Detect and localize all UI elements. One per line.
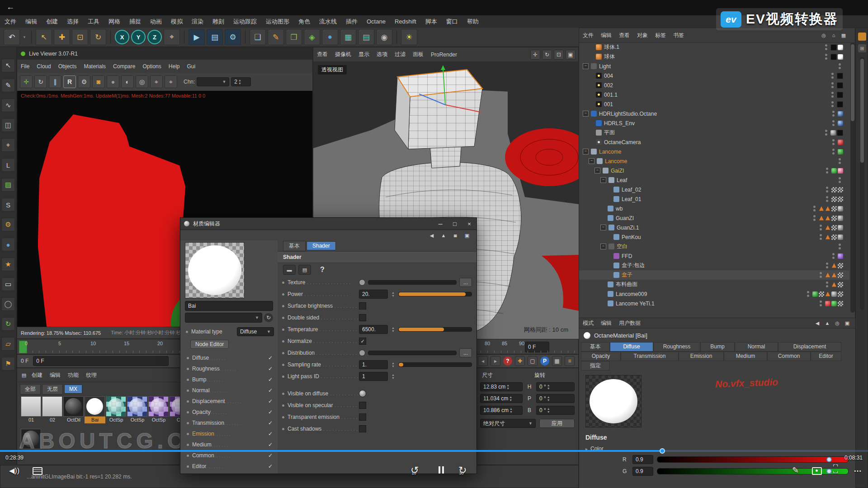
slider-value-field[interactable]: 0.9 <box>632 455 653 464</box>
visibility-dots[interactable] <box>825 44 827 50</box>
select-mode-icon[interactable]: ↖ <box>1 59 15 72</box>
visibility-dots[interactable] <box>826 187 828 192</box>
lv-menu-item-2[interactable]: Objects <box>55 63 80 70</box>
material-menu-item-3[interactable]: 纹理 <box>82 371 100 379</box>
material-menu-item-1[interactable]: 编辑 <box>46 371 64 379</box>
tag-chip-rd[interactable] <box>825 301 830 306</box>
stepper-icon[interactable]: ▲▼ <box>392 373 395 380</box>
frame-input[interactable]: 0 F <box>33 356 169 366</box>
channel-Normal[interactable]: Normal . . . . . . .✓ <box>180 385 278 396</box>
expand-icon[interactable]: − <box>594 168 600 174</box>
me-lock-icon[interactable]: ◙ <box>451 231 459 240</box>
channel-Bump[interactable]: Bump . . . . . . .✓ <box>180 374 278 385</box>
size-field[interactable]: 11.034 cm▲▼ <box>480 394 523 403</box>
tree-item-23[interactable]: 盒子:包边 <box>579 261 849 270</box>
volume-icon[interactable]: ◀)) <box>9 466 19 475</box>
undo-button[interactable]: ↶ <box>4 29 20 45</box>
visibility-dots[interactable] <box>831 82 834 88</box>
screenshot-icon[interactable] <box>812 467 822 475</box>
tag-chip-gn[interactable] <box>831 301 837 306</box>
visibility-dots[interactable] <box>839 177 841 183</box>
viewport-menu-item-5[interactable]: 面板 <box>409 51 427 58</box>
expand-icon[interactable]: − <box>583 111 589 117</box>
rotation-field[interactable]: 0 °▲▼ <box>536 382 575 391</box>
tag-chip-k[interactable] <box>837 82 843 89</box>
expand-icon[interactable]: − <box>583 63 589 69</box>
channel-Emission[interactable]: Emission . . . . . . .✓ <box>180 428 278 439</box>
param-checkbox[interactable] <box>359 425 366 432</box>
menu-item-0[interactable]: 文件 <box>0 18 21 26</box>
add-sphere-button[interactable]: ● <box>322 29 338 45</box>
vp-pan-icon[interactable]: ✛ <box>530 50 540 60</box>
visibility-dots[interactable] <box>831 73 834 79</box>
editor-tab-Shader[interactable]: Shader <box>307 241 336 250</box>
channel-Medium[interactable]: Medium . . . . . . .✓ <box>180 439 278 450</box>
rotation-field[interactable]: 0 °▲▼ <box>536 406 575 415</box>
param-checkbox[interactable] <box>359 402 366 409</box>
tree-item-21[interactable]: −空白 <box>579 242 849 251</box>
channel-checkbox[interactable]: ✓ <box>267 463 274 469</box>
channel-checkbox[interactable]: ✓ <box>267 452 274 459</box>
tree-item-7[interactable]: −HDRLightStudio.Octane <box>579 109 849 118</box>
coord-system-button[interactable]: ⌖ <box>164 29 180 45</box>
material-thumb-tile[interactable] <box>148 396 169 417</box>
hud-move-icon[interactable]: ✚ <box>515 356 525 366</box>
param-value-field[interactable]: 1. <box>359 360 388 369</box>
tag-chip-ch[interactable] <box>831 197 837 202</box>
visibility-dots[interactable] <box>839 158 841 164</box>
window-me-close-button[interactable]: × <box>462 218 476 229</box>
move-tool-button[interactable]: ✚ <box>54 29 70 45</box>
add-environment-button[interactable]: ▤ <box>358 29 374 45</box>
visibility-dots[interactable] <box>831 101 834 107</box>
material-item-6[interactable]: OctSp <box>148 396 169 423</box>
tag-chip-ch[interactable] <box>838 291 843 297</box>
hud-frame-icon[interactable]: ▢ <box>528 356 538 366</box>
tag-chip-or[interactable] <box>825 216 830 221</box>
visibility-dots[interactable] <box>807 291 809 297</box>
playlist-icon[interactable] <box>33 467 42 475</box>
pen-tool-button[interactable]: ✎ <box>268 29 284 45</box>
lv-menu-item-4[interactable]: Compare <box>109 63 139 70</box>
edit-icon[interactable]: ✎ <box>792 465 799 475</box>
material-item-2[interactable]: OctDil <box>63 396 84 423</box>
channel-checkbox[interactable]: ✓ <box>267 376 274 383</box>
stepper-icon[interactable]: ▲▼ <box>392 291 395 297</box>
channel-Diffuse[interactable]: Diffuse . . . . . . .✓ <box>180 352 278 363</box>
me-frame-icon[interactable]: ▣ <box>463 231 471 240</box>
param-checkbox[interactable] <box>359 314 366 321</box>
menu-item-7[interactable]: 动画 <box>146 18 166 26</box>
attribute-tab-Editor[interactable]: Editor <box>811 352 841 361</box>
material-preview[interactable] <box>185 242 245 298</box>
object-menu-item-4[interactable]: 标签 <box>651 32 670 39</box>
panel-grid-icon[interactable]: ⊞ <box>858 44 866 52</box>
menu-item-8[interactable]: 模拟 <box>166 18 187 26</box>
viewport-menu-item-3[interactable]: 选项 <box>373 51 391 58</box>
material-item-4[interactable]: OctSp <box>106 396 127 423</box>
tree-item-24[interactable]: 盒子 <box>579 270 849 280</box>
visibility-dots[interactable] <box>813 215 816 221</box>
param-toggle[interactable] <box>359 390 366 397</box>
workplane-icon[interactable]: L <box>1 158 15 172</box>
slider-row-R[interactable]: R0.9 <box>623 454 849 465</box>
channel-Roughness[interactable]: Roughness . . . . . . .✓ <box>180 363 278 374</box>
tree-item-1[interactable]: 球体 <box>579 52 849 61</box>
material-item-3[interactable]: Bai <box>85 396 105 423</box>
step-forward-icon[interactable]: ▸ <box>491 356 500 366</box>
pen-icon[interactable]: ✎ <box>1 79 15 92</box>
am-up-icon[interactable]: ▲ <box>823 319 831 328</box>
z-axis-button[interactable]: Z <box>147 30 162 44</box>
object-menu-item-5[interactable]: 书签 <box>670 32 688 39</box>
tree-item-2[interactable]: −Light <box>579 61 849 71</box>
channel-checkbox[interactable]: ✓ <box>267 387 274 394</box>
tag-chip-ch[interactable] <box>838 301 843 306</box>
tag-chip-gr[interactable] <box>831 291 837 297</box>
stepper-icon[interactable]: ▲▼ <box>506 384 509 390</box>
visibility-dots[interactable] <box>826 168 828 174</box>
flag-icon[interactable]: ⚑ <box>1 357 15 371</box>
material-tab-MX[interactable]: MX <box>64 385 82 394</box>
window-me-maximize-button[interactable]: □ <box>448 218 462 229</box>
tag-chip-ch[interactable] <box>831 225 837 230</box>
pause-button[interactable] <box>438 466 445 475</box>
param-double-sided[interactable]: Double sided <box>278 312 476 324</box>
stepper-icon[interactable]: ▲▼ <box>392 361 395 368</box>
